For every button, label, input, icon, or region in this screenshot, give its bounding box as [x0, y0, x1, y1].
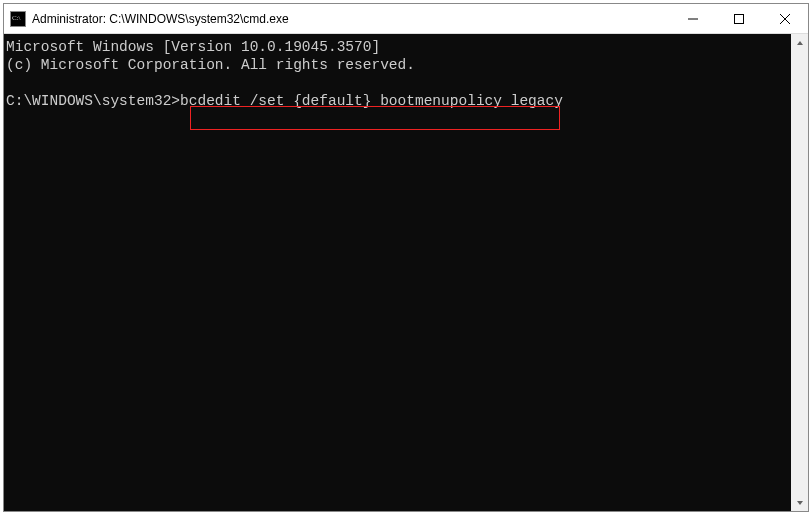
- maximize-icon: [734, 14, 744, 24]
- minimize-icon: [688, 14, 698, 24]
- svg-text:C:\: C:\: [12, 14, 21, 22]
- window-title: Administrator: C:\WINDOWS\system32\cmd.e…: [32, 12, 670, 26]
- prompt-line: C:\WINDOWS\system32>bcdedit /set {defaul…: [6, 93, 563, 109]
- close-button[interactable]: [762, 4, 808, 33]
- terminal-output[interactable]: Microsoft Windows [Version 10.0.19045.35…: [4, 34, 791, 511]
- window-controls: [670, 4, 808, 33]
- titlebar[interactable]: C:\ Administrator: C:\WINDOWS\system32\c…: [4, 4, 808, 34]
- highlight-box: [190, 106, 560, 130]
- cmd-window: C:\ Administrator: C:\WINDOWS\system32\c…: [3, 3, 809, 512]
- copyright-line: (c) Microsoft Corporation. All rights re…: [6, 57, 415, 73]
- maximize-button[interactable]: [716, 4, 762, 33]
- minimize-button[interactable]: [670, 4, 716, 33]
- svg-rect-4: [735, 14, 744, 23]
- scrollbar-track[interactable]: [791, 51, 808, 494]
- scroll-up-icon: [796, 39, 804, 47]
- close-icon: [780, 14, 790, 24]
- vertical-scrollbar[interactable]: [791, 34, 808, 511]
- command-text: bcdedit /set {default} bootmenupolicy le…: [180, 93, 563, 109]
- version-line: Microsoft Windows [Version 10.0.19045.35…: [6, 39, 380, 55]
- scroll-down-icon: [796, 499, 804, 507]
- scroll-up-button[interactable]: [791, 34, 808, 51]
- content-area: Microsoft Windows [Version 10.0.19045.35…: [4, 34, 808, 511]
- prompt: C:\WINDOWS\system32>: [6, 93, 180, 109]
- cmd-icon: C:\: [10, 11, 26, 27]
- scroll-down-button[interactable]: [791, 494, 808, 511]
